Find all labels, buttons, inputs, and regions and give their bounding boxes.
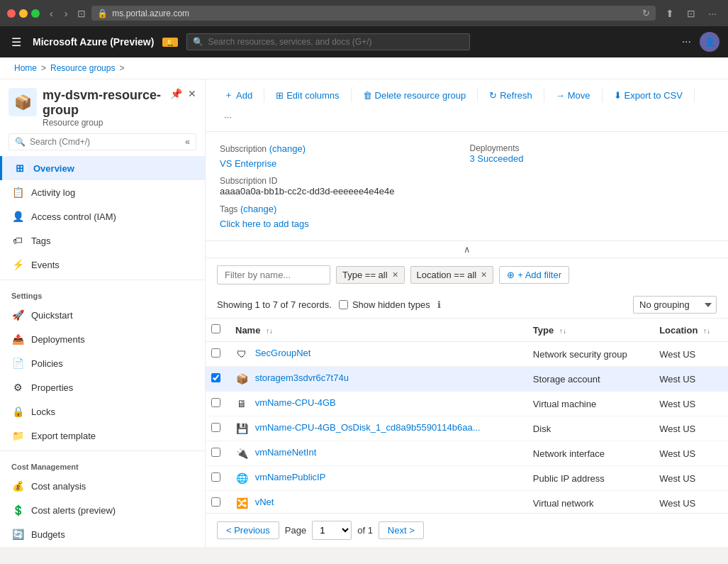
row1-checkbox-cell[interactable] [206,342,227,367]
sidebar-item-access-control[interactable]: 👤 Access control (IAM) [0,204,205,228]
cost-alerts-label: Cost alerts (preview) [31,505,116,516]
page-select[interactable]: 1 [312,521,352,540]
add-icon: ＋ [224,89,233,101]
row5-checkbox-cell[interactable] [206,441,227,466]
fullscreen-button[interactable]: ⊡ [683,6,700,21]
tab-view-button[interactable]: ⊡ [77,8,86,19]
filter-by-name-input[interactable] [217,265,330,284]
show-hidden-types-checkbox[interactable] [339,300,348,309]
select-all-checkbox[interactable] [211,324,220,333]
minimize-dot[interactable] [19,9,28,18]
add-button[interactable]: ＋ Add [217,85,259,105]
back-button[interactable]: ‹ [45,6,57,21]
notification-badge[interactable]: 🔔 [162,38,178,47]
sidebar-item-cost-alerts[interactable]: 💲 Cost alerts (preview) [0,498,205,522]
row3-checkbox-cell[interactable] [206,392,227,416]
sidebar-item-overview[interactable]: ⊞ Overview [0,156,205,180]
tags-add-link[interactable]: Click here to add tags [220,219,309,229]
maximize-dot[interactable] [31,9,40,18]
sidebar-item-events[interactable]: ⚡ Events [0,253,205,277]
row2-checkbox[interactable] [211,373,220,382]
sidebar-item-properties[interactable]: ⚙ Properties [0,375,205,399]
refresh-icon: ↻ [489,90,497,101]
reload-icon[interactable]: ↻ [642,8,650,18]
share-button[interactable]: ⬆ [661,6,678,21]
export-csv-button[interactable]: ⬇ Export to CSV [607,87,690,104]
move-button[interactable]: → Move [549,87,598,104]
table-row: 📦 storagem3sdvr6c7t74u Storage account W… [206,367,728,392]
show-hidden-types-label[interactable]: Show hidden types [339,299,430,310]
tags-label: Tags [31,236,50,246]
sidebar-search-input[interactable] [30,137,181,147]
sidebar-item-policies[interactable]: 📄 Policies [0,351,205,375]
subscription-change-link[interactable]: (change) [269,143,306,154]
row2-checkbox-cell[interactable] [206,367,227,392]
url-input[interactable] [112,9,638,18]
row4-name-link[interactable]: vmName-CPU-4GB_OsDisk_1_cd8a9b5590114b6a… [255,422,481,433]
row7-name-link[interactable]: vNet [255,497,274,507]
sidebar-collapse-icon[interactable]: « [185,137,190,147]
close-panel-icon[interactable]: ✕ [188,88,196,99]
row6-name-link[interactable]: vmNamePublicIP [255,472,326,482]
pagination: < Previous Page 1 of 1 Next > [206,513,728,547]
row5-name-link[interactable]: vmNameNetInt [255,447,317,458]
row6-checkbox[interactable] [211,472,220,482]
subscription-value[interactable]: VS Enterprise [220,158,276,169]
sidebar-item-tags[interactable]: 🏷 Tags [0,228,205,253]
row5-checkbox[interactable] [211,448,220,457]
row7-checkbox-cell[interactable] [206,491,227,514]
close-dot[interactable] [7,9,16,18]
more-toolbar-button[interactable]: ··· [217,108,239,126]
edit-columns-button[interactable]: ⊞ Edit columns [269,87,346,104]
sidebar-item-budgets[interactable]: 🔄 Budgets [0,522,205,546]
location-sort-icon: ↑↓ [703,327,710,335]
location-filter-remove[interactable]: ✕ [481,270,487,280]
next-button[interactable]: Next > [379,521,424,539]
header-location[interactable]: Location ↑↓ [651,319,728,342]
table-header-row: Name ↑↓ Type ↑↓ Location ↑↓ [206,319,728,342]
row7-checkbox[interactable] [211,497,220,507]
pin-icon[interactable]: 📌 [170,88,182,99]
previous-button[interactable]: < Previous [217,521,279,539]
type-filter-remove[interactable]: ✕ [392,270,398,280]
hamburger-menu[interactable]: ☰ [9,33,24,52]
sidebar-item-cost-analysis[interactable]: 💰 Cost analysis [0,474,205,498]
collapse-arrow[interactable]: ∧ [206,241,728,258]
row4-checkbox[interactable] [211,423,220,432]
row4-checkbox-cell[interactable] [206,416,227,441]
sidebar-item-export-template[interactable]: 📁 Export template [0,424,205,448]
breadcrumb-home[interactable]: Home [14,63,37,73]
row6-name-cell: 🌐 vmNamePublicIP [227,466,525,491]
sidebar-item-activity-log[interactable]: 📋 Activity log [0,180,205,204]
sidebar-item-advisor[interactable]: ☁ Advisor recommendations [0,546,205,547]
user-avatar[interactable]: 👤 [700,32,719,52]
properties-icon: ⚙ [11,381,24,394]
sidebar-item-deployments[interactable]: 📤 Deployments [0,327,205,351]
add-filter-button[interactable]: ⊕ + Add filter [499,266,569,284]
breadcrumb-sep-2: > [119,63,124,73]
row1-name-link[interactable]: SecGroupNet [255,348,311,358]
row1-checkbox[interactable] [211,348,220,358]
refresh-button[interactable]: ↻ Refresh [482,87,539,104]
location-header-label: Location [659,325,698,336]
sidebar-item-locks[interactable]: 🔒 Locks [0,399,205,424]
deployments-icon: 📤 [11,333,24,345]
deployments-value[interactable]: 3 Succeeded [470,153,524,164]
global-search-input[interactable] [208,37,464,47]
tags-change-link[interactable]: (change) [240,204,276,214]
header-name[interactable]: Name ↑↓ [227,319,525,342]
header-select-all[interactable] [206,319,227,342]
row3-name-link[interactable]: vmName-CPU-4GB [255,397,336,408]
more-options-icon[interactable]: ··· [679,33,694,51]
row6-checkbox-cell[interactable] [206,466,227,491]
forward-button[interactable]: › [60,6,72,21]
header-type[interactable]: Type ↑↓ [525,319,651,342]
help-icon[interactable]: ℹ [437,299,441,310]
grouping-select[interactable]: No grouping Resource type Location Tag [633,296,717,314]
row3-checkbox[interactable] [211,398,220,407]
more-button[interactable]: ··· [704,6,721,21]
delete-button[interactable]: 🗑 Delete resource group [356,87,474,104]
sidebar-item-quickstart[interactable]: 🚀 Quickstart [0,303,205,327]
row2-name-link[interactable]: storagem3sdvr6c7t74u [255,372,349,383]
breadcrumb-resource-groups[interactable]: Resource groups [50,63,115,73]
